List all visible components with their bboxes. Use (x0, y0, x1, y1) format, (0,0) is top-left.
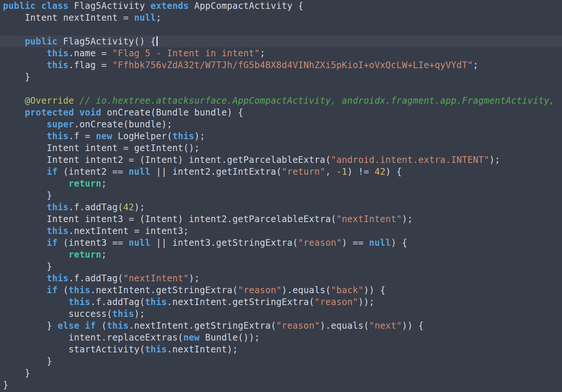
code-line: return; (0, 178, 562, 190)
code-token: (intent2 == (58, 167, 129, 177)
code-token: } (3, 261, 52, 272)
code-token (74, 96, 80, 106)
code-line: } (0, 379, 562, 391)
code-token: super (47, 119, 74, 130)
code-token (74, 107, 80, 118)
code-token: this (172, 131, 194, 141)
code-token (80, 321, 85, 331)
code-token: this (47, 60, 68, 70)
code-token: ) == (342, 238, 369, 248)
code-token: // io.hextree.attacksurface.AppCompactAc… (80, 96, 555, 106)
code-token: this (68, 285, 90, 295)
code-token (3, 202, 47, 212)
code-token: if (47, 285, 58, 295)
code-token: , (325, 167, 336, 177)
code-token: this (68, 297, 90, 307)
code-token: .name = (68, 48, 112, 58)
code-editor[interactable]: public class Flag5Activity extends AppCo… (0, 0, 562, 392)
code-token: .f.addTag( (68, 202, 123, 212)
code-area: public class Flag5Activity extends AppCo… (0, 0, 562, 391)
code-token: LogHelper( (112, 131, 172, 141)
code-token: .f.addTag( (90, 297, 145, 307)
code-token: "android.intent.extra.INTENT" (331, 155, 489, 165)
code-line: this.f.addTag(this.nextIntent.getStringE… (0, 296, 562, 308)
code-token: || intent3.getStringExtra( (151, 238, 298, 248)
code-token (3, 131, 47, 141)
code-line: this.flag = "Ffhbk756vZdA32t/W7TJh/fG5b4… (0, 59, 562, 71)
code-token: Flag5Activity() { (58, 36, 156, 47)
code-token: this (145, 344, 167, 355)
code-token (3, 167, 47, 177)
code-token: this (107, 321, 129, 331)
code-token: } (3, 190, 52, 201)
code-token: this (47, 202, 68, 212)
code-token: "nextIntent" (336, 214, 402, 224)
code-token (3, 273, 47, 284)
code-line: return; (0, 249, 562, 261)
code-token: -1 (336, 167, 347, 177)
code-line: Intent intent = getIntent(); (0, 142, 562, 154)
code-token: success( (3, 309, 112, 319)
code-token: this (47, 273, 68, 284)
code-token: .nextIntent.getStringExtra( (90, 285, 238, 295)
code-token: Flag5Activity (68, 1, 151, 11)
code-line: this.f.addTag("nextIntent"); (0, 272, 562, 284)
code-line: if (intent3 == null || intent3.getString… (0, 237, 562, 249)
code-token: Intent intent3 = (Intent) intent2.getPar… (3, 214, 336, 224)
code-line: Intent nextIntent = null; (0, 12, 562, 24)
code-token: } (3, 72, 30, 82)
code-token: "reason" (298, 238, 342, 248)
code-token: ( (58, 285, 69, 295)
code-token: ; (156, 13, 162, 23)
code-token: null (369, 238, 391, 248)
code-token: return (68, 178, 101, 189)
code-line: startActivity(this.nextIntent); (0, 344, 562, 355)
code-token (3, 60, 47, 70)
code-line: this.name = "Flag 5 - Intent in intent"; (0, 47, 562, 59)
code-token: null (129, 167, 151, 177)
code-token: )) { (402, 321, 424, 331)
code-token: } (3, 380, 9, 390)
code-line: } else if (this.nextIntent.getStringExtr… (0, 320, 562, 332)
code-token (3, 178, 68, 189)
code-token: 42 (374, 167, 386, 177)
code-line: } (0, 71, 562, 83)
code-token: "reason" (314, 297, 358, 307)
code-token: null (134, 13, 156, 23)
current-line-highlight: public Flag5Activity() { (0, 36, 562, 47)
code-token: this (47, 226, 68, 236)
code-token: return (68, 249, 101, 260)
code-token: AppCompactActivity { (189, 1, 303, 11)
code-token: new (183, 332, 199, 343)
code-token: if (85, 321, 96, 331)
code-token: if (47, 167, 58, 177)
code-line: Intent intent2 = (Intent) intent.getParc… (0, 154, 562, 166)
code-line: } (0, 367, 562, 379)
code-token (36, 1, 41, 11)
code-line: public class Flag5Activity extends AppCo… (0, 0, 562, 12)
code-token: .flag = (68, 60, 112, 70)
code-token: ) != (347, 167, 375, 177)
code-token (3, 107, 25, 118)
code-token: "nextIntent" (123, 273, 189, 284)
code-token: ) { (391, 238, 407, 248)
code-line: if (this.nextIntent.getStringExtra("reas… (0, 284, 562, 296)
code-token: ); (134, 309, 145, 319)
code-token: ; (260, 48, 265, 58)
code-line: super.onCreate(bundle); (0, 118, 562, 130)
code-token (3, 249, 68, 260)
code-token (3, 36, 25, 47)
code-token: ); (402, 214, 413, 224)
code-token: .f.addTag( (68, 273, 123, 284)
code-token: intent.replaceExtras( (3, 332, 183, 343)
code-line: protected void onCreate(Bundle bundle) { (0, 107, 562, 118)
code-token: 42 (123, 202, 134, 212)
code-token: ; (101, 249, 107, 260)
code-line: @Override // io.hextree.attacksurface.Ap… (0, 95, 562, 107)
code-token: } (3, 368, 30, 378)
code-token: ; (473, 60, 478, 70)
code-token: ).equals( (282, 285, 331, 295)
text-caret (157, 36, 158, 46)
code-token (3, 119, 47, 130)
code-token: Intent intent = getIntent(); (3, 143, 200, 153)
